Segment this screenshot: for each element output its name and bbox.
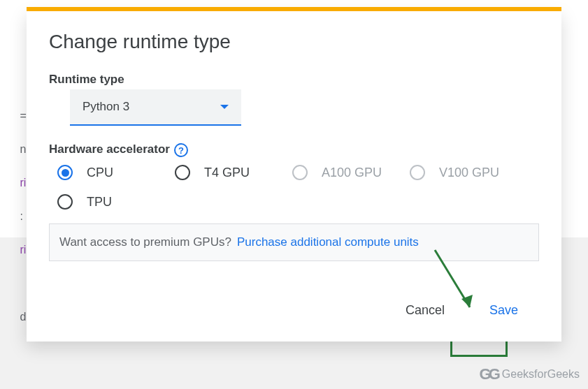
cancel-button[interactable]: Cancel (393, 296, 457, 325)
watermark-text: GeeksforGeeks (502, 368, 580, 381)
runtime-dropdown-value: Python 3 (83, 100, 129, 114)
dialog-title: Change runtime type (49, 31, 539, 53)
hw-radio-group: CPU T4 GPU A100 GPU V100 GPU T (57, 165, 539, 210)
runtime-type-label: Runtime type (49, 73, 539, 87)
radio-label: A100 GPU (322, 166, 382, 180)
dialog-top-accent (27, 7, 561, 11)
save-button[interactable]: Save (477, 296, 531, 325)
runtime-dropdown[interactable]: Python 3 (70, 89, 241, 126)
premium-info-box: Want access to premium GPUs? Purchase ad… (49, 223, 539, 261)
watermark-icon: GG (480, 365, 498, 383)
radio-v100-gpu: V100 GPU (410, 165, 522, 180)
radio-icon (292, 165, 308, 180)
hw-accelerator-label: Hardware accelerator (49, 142, 170, 156)
radio-label: T4 GPU (204, 166, 250, 180)
radio-cpu[interactable]: CPU (57, 165, 169, 180)
radio-icon (57, 194, 73, 210)
premium-info-text: Want access to premium GPUs? (59, 235, 231, 249)
radio-icon (175, 165, 190, 180)
radio-label: TPU (87, 195, 112, 210)
runtime-dialog: Change runtime type Runtime type Python … (27, 11, 561, 342)
radio-label: V100 GPU (439, 166, 499, 180)
radio-a100-gpu: A100 GPU (292, 165, 404, 180)
radio-tpu[interactable]: TPU (57, 194, 169, 210)
radio-icon (410, 165, 425, 180)
radio-t4-gpu[interactable]: T4 GPU (175, 165, 287, 180)
radio-icon (57, 165, 73, 180)
radio-label: CPU (87, 166, 113, 180)
purchase-link[interactable]: Purchase additional compute units (237, 235, 419, 249)
help-icon[interactable]: ? (174, 143, 188, 157)
watermark: GG GeeksforGeeks (480, 365, 580, 383)
chevron-down-icon (220, 105, 229, 109)
